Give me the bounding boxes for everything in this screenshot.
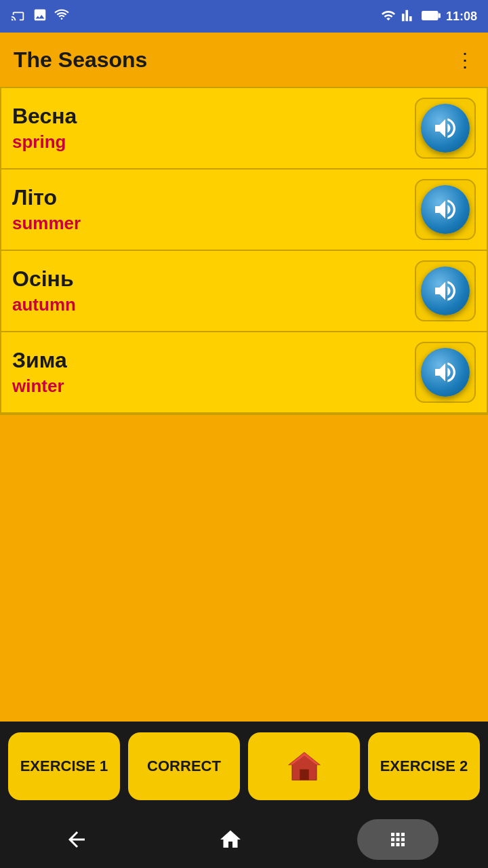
word-translation-winter: winter	[12, 376, 67, 397]
word-text-group-summer: Літо summer	[12, 185, 81, 234]
word-native-winter: Зима	[12, 348, 67, 373]
overflow-menu-icon[interactable]: ⋮	[455, 49, 474, 71]
home-nav-icon	[218, 827, 243, 852]
svg-rect-0	[422, 11, 439, 20]
signal-icon	[381, 8, 396, 25]
word-native-spring: Весна	[12, 104, 77, 129]
battery-icon	[422, 8, 441, 25]
back-icon	[64, 827, 89, 852]
word-row-winter: Зима winter	[1, 332, 487, 414]
audio-button-winter[interactable]	[415, 342, 476, 403]
svg-rect-1	[438, 13, 441, 18]
home-button[interactable]	[248, 732, 360, 800]
word-text-group-autumn: Осінь autumn	[12, 267, 76, 315]
back-button[interactable]	[49, 812, 104, 867]
word-row-summer: Літо summer	[1, 170, 487, 251]
clock: 11:08	[446, 9, 477, 24]
house-icon	[286, 748, 323, 785]
correct-button[interactable]: CORRECT	[128, 732, 240, 800]
recents-icon	[388, 829, 408, 850]
app-header: The Seasons ⋮	[0, 33, 488, 87]
wifi-calling-icon	[54, 7, 69, 25]
exercise1-button[interactable]: EXERCISE 1	[8, 732, 120, 800]
word-native-autumn: Осінь	[12, 267, 76, 292]
empty-area	[0, 415, 488, 722]
word-translation-autumn: autumn	[12, 294, 76, 315]
status-bar: 11:08	[0, 0, 488, 33]
word-row-spring: Весна spring	[1, 88, 487, 170]
recents-button[interactable]	[357, 819, 439, 860]
word-translation-spring: spring	[12, 132, 77, 153]
page-title: The Seasons	[14, 47, 147, 73]
word-translation-summer: summer	[12, 213, 81, 234]
cast-icon	[11, 7, 26, 25]
nav-bar	[0, 811, 488, 868]
audio-button-autumn[interactable]	[415, 260, 476, 321]
svg-rect-3	[300, 770, 309, 781]
word-list: Весна spring Літо summer	[0, 87, 488, 415]
home-nav-button[interactable]	[203, 812, 258, 867]
word-text-group-spring: Весна spring	[12, 104, 77, 153]
audio-button-summer[interactable]	[415, 179, 476, 240]
word-row-autumn: Осінь autumn	[1, 251, 487, 332]
bars-icon	[401, 8, 416, 25]
bottom-buttons: EXERCISE 1 CORRECT EXERCISE 2	[0, 722, 488, 811]
image-icon	[33, 7, 47, 25]
exercise2-button[interactable]: EXERCISE 2	[368, 732, 480, 800]
word-text-group-winter: Зима winter	[12, 348, 67, 397]
main-content: Весна spring Літо summer	[0, 87, 488, 722]
audio-button-spring[interactable]	[415, 98, 476, 159]
word-native-summer: Літо	[12, 185, 81, 210]
